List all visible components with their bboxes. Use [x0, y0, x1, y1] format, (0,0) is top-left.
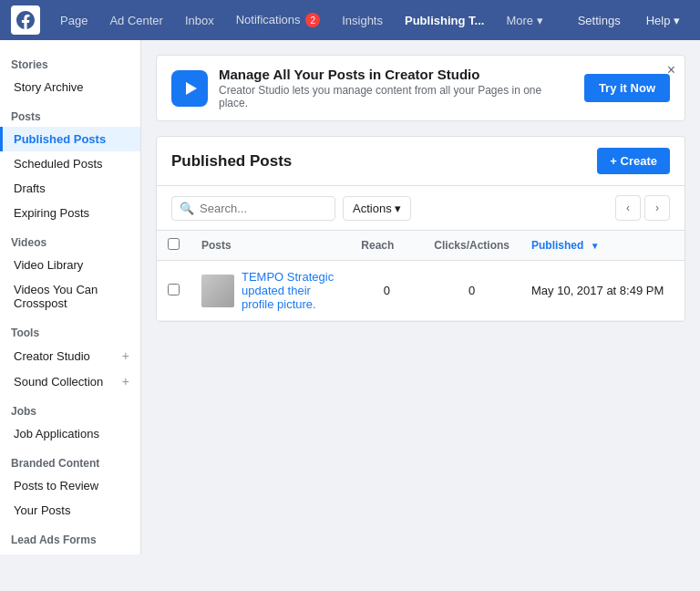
table-header-row: Posts Reach Clicks/Actions Published ▼: [157, 231, 685, 261]
post-cell-content: TEMPO Strategic updated their profile pi…: [201, 270, 339, 311]
post-thumb-image: [201, 275, 234, 307]
banner-title: Manage All Your Posts in Creator Studio: [219, 67, 573, 82]
col-posts: Posts: [190, 231, 350, 261]
search-icon: 🔍: [180, 202, 194, 215]
col-clicks-actions: Clicks/Actions: [423, 231, 520, 261]
sidebar-section-branded: Branded Content: [0, 446, 140, 473]
create-button[interactable]: + Create: [597, 148, 670, 174]
toolbar-left: 🔍 Actions ▾: [171, 196, 411, 221]
sidebar-item-forms-library[interactable]: Forms Library: [0, 550, 140, 555]
row-checkbox[interactable]: [168, 284, 180, 296]
sidebar-item-sound-collection[interactable]: Sound Collection +: [0, 368, 140, 394]
nav-tab-inbox[interactable]: Inbox: [176, 8, 223, 33]
search-input[interactable]: [200, 202, 327, 215]
banner-subtitle: Creator Studio lets you manage content f…: [219, 84, 573, 109]
posts-table: Posts Reach Clicks/Actions Published ▼: [157, 231, 685, 321]
sidebar-item-expiring-posts[interactable]: Expiring Posts: [0, 201, 140, 225]
nav-tab-page[interactable]: Page: [51, 8, 97, 33]
panel-header: Published Posts + Create: [157, 137, 685, 186]
sidebar: Stories Story Archive Posts Published Po…: [0, 40, 141, 555]
nav-help-btn[interactable]: Help ▾: [637, 8, 689, 33]
sidebar-item-scheduled-posts[interactable]: Scheduled Posts: [0, 151, 140, 176]
nav-settings-btn[interactable]: Settings: [569, 8, 630, 33]
select-all-checkbox[interactable]: [168, 238, 180, 250]
main-content: Manage All Your Posts in Creator Studio …: [141, 40, 700, 555]
sidebar-item-drafts[interactable]: Drafts: [0, 176, 140, 201]
sidebar-item-job-applications[interactable]: Job Applications: [0, 421, 140, 446]
search-box[interactable]: 🔍: [171, 196, 335, 221]
creator-studio-banner: Manage All Your Posts in Creator Studio …: [156, 55, 685, 121]
table-pagination-nav: ‹ ›: [615, 195, 670, 221]
nav-tab-insights[interactable]: Insights: [333, 8, 392, 33]
sidebar-item-creator-studio[interactable]: Creator Studio +: [0, 343, 140, 368]
layout: Stories Story Archive Posts Published Po…: [0, 40, 700, 555]
top-nav-right: Settings Help ▾: [569, 8, 689, 33]
top-nav-left: Page Ad Center Inbox Notifications 2 Ins…: [11, 5, 569, 35]
sidebar-section-tools: Tools: [0, 316, 140, 343]
prev-page-button[interactable]: ‹: [615, 195, 641, 221]
facebook-logo: [11, 5, 40, 35]
plus-icon-creator: +: [122, 348, 129, 363]
sidebar-item-video-library[interactable]: Video Library: [0, 253, 140, 277]
sidebar-item-your-posts[interactable]: Your Posts: [0, 498, 140, 523]
table-toolbar: 🔍 Actions ▾ ‹ ›: [157, 186, 685, 231]
post-thumbnail: [201, 275, 234, 307]
sidebar-item-crosspost[interactable]: Videos You Can Crosspost: [0, 277, 140, 316]
notification-badge: 2: [305, 13, 320, 27]
next-page-button[interactable]: ›: [644, 195, 670, 221]
row-post-cell: TEMPO Strategic updated their profile pi…: [190, 261, 350, 321]
nav-tab-notifications[interactable]: Notifications 2: [227, 7, 329, 34]
actions-dropdown-button[interactable]: Actions ▾: [343, 196, 411, 221]
try-it-now-button[interactable]: Try it Now: [584, 74, 670, 102]
row-checkbox-cell: [157, 261, 190, 321]
col-published[interactable]: Published ▼: [520, 231, 685, 261]
sidebar-section-lead-ads: Lead Ads Forms: [0, 523, 140, 550]
panel-title: Published Posts: [171, 152, 292, 171]
creator-studio-icon: [171, 70, 208, 107]
row-published-cell: May 10, 2017 at 8:49 PM: [520, 261, 685, 321]
top-nav: Page Ad Center Inbox Notifications 2 Ins…: [0, 0, 700, 40]
col-checkbox: [157, 231, 190, 261]
sidebar-section-jobs: Jobs: [0, 394, 140, 421]
banner-text: Manage All Your Posts in Creator Studio …: [219, 67, 573, 109]
table-row: TEMPO Strategic updated their profile pi…: [157, 261, 685, 321]
sidebar-section-posts: Posts: [0, 99, 140, 127]
sidebar-section-videos: Videos: [0, 225, 140, 253]
sidebar-item-story-archive[interactable]: Story Archive: [0, 75, 140, 99]
row-reach-cell: 0: [350, 261, 423, 321]
svg-marker-0: [186, 82, 197, 95]
sort-arrow-icon: ▼: [591, 241, 600, 251]
nav-tab-more[interactable]: More ▾: [497, 8, 551, 33]
published-posts-panel: Published Posts + Create 🔍 Actions ▾ ‹ ›: [156, 136, 685, 322]
row-clicks-cell: 0: [423, 261, 520, 321]
post-title-link[interactable]: TEMPO Strategic updated their profile pi…: [242, 270, 339, 311]
plus-icon-sound: +: [122, 374, 129, 389]
banner-close-button[interactable]: ×: [667, 63, 675, 78]
sidebar-item-posts-review[interactable]: Posts to Review: [0, 473, 140, 498]
sidebar-section-stories: Stories: [0, 47, 140, 75]
col-reach: Reach: [350, 231, 423, 261]
nav-tab-publishing[interactable]: Publishing T...: [396, 8, 493, 33]
nav-tab-adcenter[interactable]: Ad Center: [100, 8, 172, 33]
sidebar-item-published-posts[interactable]: Published Posts: [0, 127, 140, 151]
